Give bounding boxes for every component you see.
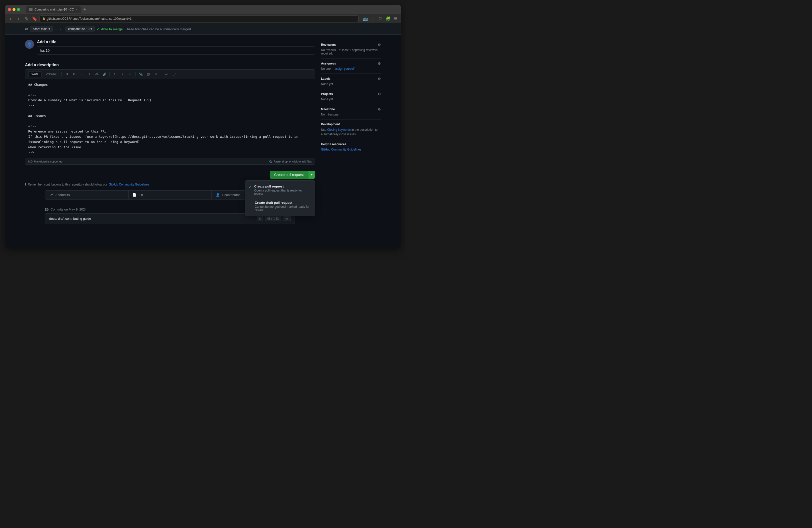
helpful-guidelines-link[interactable]: GitHub Community Guidelines xyxy=(321,148,361,151)
menu-button[interactable]: ☰ xyxy=(392,16,398,22)
back-button[interactable]: ‹ xyxy=(8,16,14,22)
commit-hash-button[interactable]: 45dfd82 xyxy=(265,216,281,221)
projects-gear[interactable]: ⚙ xyxy=(378,92,381,96)
active-tab[interactable]: Comparing main...iss-10 · CC ✕ xyxy=(26,6,81,13)
attach-button[interactable]: 📎 xyxy=(137,71,144,77)
add-description-label: Add a description xyxy=(25,63,315,67)
link-button[interactable]: 🔗 xyxy=(101,71,107,77)
labels-gear[interactable]: ⚙ xyxy=(378,77,381,81)
write-tab[interactable]: Write xyxy=(28,71,42,77)
attach-label[interactable]: Paste, drop, or click to add files xyxy=(274,160,312,163)
extensions-button[interactable]: 🧩 xyxy=(385,16,391,22)
tab-close-button[interactable]: ✕ xyxy=(76,8,78,11)
forward-button[interactable]: › xyxy=(15,16,21,22)
closing-keywords-link[interactable]: Closing keywords xyxy=(327,128,351,132)
ref-button[interactable]: ⇗ xyxy=(153,71,159,77)
bold-button[interactable]: B xyxy=(71,71,77,77)
editor-container: Write Preview H B I ≡ <> 🔗 1. • xyxy=(25,69,315,165)
projects-header: Projects ⚙ xyxy=(321,92,381,96)
labels-header: Labels ⚙ xyxy=(321,77,381,81)
compare-icon: ⇄ xyxy=(25,27,28,31)
minimize-button[interactable] xyxy=(13,8,15,11)
share-button[interactable]: ↑ xyxy=(370,16,376,22)
preview-tab[interactable]: Preview xyxy=(43,72,59,77)
nav-bar: ‹ › ↻ 🔖 🔒 github.com/CCBR/reneeTools/com… xyxy=(5,14,401,24)
title-bar: Comparing main...iss-10 · CC ✕ + xyxy=(5,5,401,14)
copy-commit-hash-button[interactable]: ⎘ xyxy=(257,216,263,221)
compare-branch-label: compare: iss-10 xyxy=(68,27,89,31)
markdown-label: Markdown is supported xyxy=(34,160,62,163)
labels-title: Labels xyxy=(321,77,331,80)
pr-type-dropdown: ✓ Create pull request Open a pull reques… xyxy=(245,180,315,216)
info-icon: ℹ xyxy=(25,183,26,186)
browser-window: Comparing main...iss-10 · CC ✕ + ‹ › ↻ 🔖… xyxy=(5,5,401,249)
github-favicon xyxy=(29,8,32,11)
assignees-gear[interactable]: ⚙ xyxy=(378,61,381,65)
heading-button[interactable]: H xyxy=(63,71,70,77)
milestone-header: Milestone ⚙ xyxy=(321,107,381,111)
editor-toolbar: Write Preview H B I ≡ <> 🔗 1. • xyxy=(25,70,315,79)
new-tab-button[interactable]: + xyxy=(82,7,87,12)
commit-message: docs: draft contributing guide xyxy=(49,217,91,220)
commits-icon: ⎇ xyxy=(49,193,53,197)
close-button[interactable] xyxy=(8,8,11,11)
fullscreen-button[interactable]: ⛶ xyxy=(171,71,177,77)
right-panel: Reviewers ⚙ No reviews—at least 1 approv… xyxy=(321,40,381,224)
projects-title: Projects xyxy=(321,92,333,96)
check-icon: ✓ xyxy=(249,185,252,196)
labels-value: None yet xyxy=(321,82,381,86)
compare-bar: ⇄ base: main ▾ ··· ← compare: iss-10 ▾ ✓… xyxy=(5,24,401,35)
commit-actions: ⎘ 45dfd82 <> xyxy=(257,216,291,221)
create-pr-option[interactable]: ✓ Create pull request Open a pull reques… xyxy=(245,182,315,198)
lock-icon: 🔒 xyxy=(42,17,45,20)
add-title-label: Add a title xyxy=(37,40,315,44)
merge-status-text: These branches can be automatically merg… xyxy=(125,27,192,31)
footer-left: MD Markdown is supported xyxy=(28,160,62,163)
maximize-button[interactable] xyxy=(17,8,20,11)
compare-dots: ··· xyxy=(55,27,58,31)
traffic-lights xyxy=(8,8,20,11)
contributor-icon: 👤 xyxy=(216,193,220,197)
assignees-header: Assignees ⚙ xyxy=(321,61,381,65)
community-guidelines-link[interactable]: GitHub Community Guidelines xyxy=(109,183,149,186)
cast-button[interactable]: 📺 xyxy=(362,16,368,22)
refresh-button[interactable]: ↻ xyxy=(24,16,29,22)
footer-right[interactable]: 📎 Paste, drop, or click to add files xyxy=(269,160,312,163)
undo-button[interactable]: ↩ xyxy=(163,71,170,77)
development-desc: Use Closing keywords in the description … xyxy=(321,128,381,136)
reviewers-value: No reviews—at least 1 approving review i… xyxy=(321,48,381,55)
editor-body[interactable]: ## Changes <!-- Provide a summary of wha… xyxy=(25,79,315,158)
reviewers-gear[interactable]: ⚙ xyxy=(378,43,381,47)
milestone-gear[interactable]: ⚙ xyxy=(378,107,381,111)
create-draft-option[interactable]: Create draft pull request Cannot be merg… xyxy=(245,198,315,215)
base-branch-selector[interactable]: base: main ▾ xyxy=(30,26,53,32)
compare-branch-selector[interactable]: compare: iss-10 ▾ xyxy=(66,26,95,32)
description-text: ## Changes <!-- Provide a summary of wha… xyxy=(28,82,312,155)
toolbar-divider-3 xyxy=(135,72,135,76)
draft-no-check xyxy=(249,201,252,212)
toolbar-divider-4 xyxy=(161,72,161,76)
attach-icon: 📎 xyxy=(269,160,272,163)
ordered-list-button[interactable]: 1. xyxy=(112,71,118,77)
create-pr-option-content: Create pull request Open a pull request … xyxy=(254,185,311,196)
url-text: github.com/CCBR/reneeTools/compare/main.… xyxy=(47,17,131,20)
create-pr-caret-button[interactable]: ▾ xyxy=(308,171,315,179)
italic-button[interactable]: I xyxy=(78,71,85,77)
action-bar: Create pull request ▾ ✓ Create pull requ… xyxy=(25,171,315,179)
milestone-value: No milestone xyxy=(321,113,381,116)
unordered-list-button[interactable]: • xyxy=(119,71,126,77)
task-list-button[interactable]: ☑ xyxy=(127,71,133,77)
code-button[interactable]: <> xyxy=(93,71,100,77)
assign-yourself-link[interactable]: assign yourself xyxy=(334,67,354,71)
shield-button[interactable]: 🛡 xyxy=(377,16,383,22)
swap-arrow[interactable]: ← xyxy=(59,27,63,31)
list-button[interactable]: ≡ xyxy=(86,71,92,77)
create-pr-button[interactable]: Create pull request xyxy=(270,171,308,179)
bookmark-button[interactable]: 🔖 xyxy=(31,16,38,22)
url-bar[interactable]: 🔒 github.com/CCBR/reneeTools/compare/mai… xyxy=(40,15,359,22)
assignees-no-one: No one— xyxy=(321,67,334,71)
labels-section: Labels ⚙ None yet xyxy=(321,74,381,89)
view-code-button[interactable]: <> xyxy=(283,216,291,221)
mention-button[interactable]: @ xyxy=(145,71,151,77)
title-input[interactable] xyxy=(37,46,315,55)
